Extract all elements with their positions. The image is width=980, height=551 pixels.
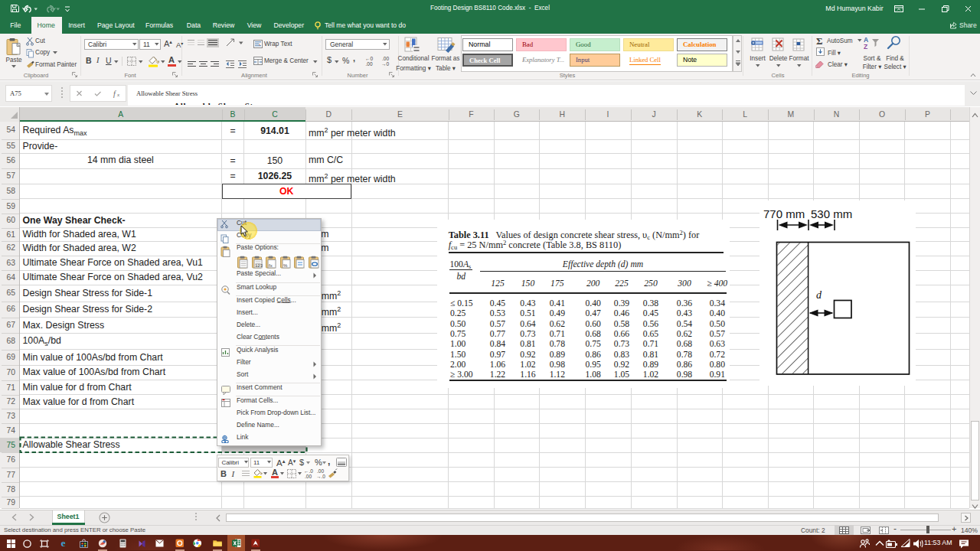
svg-text:.00: .00 — [317, 468, 324, 474]
svg-text:←.0: ←.0 — [304, 468, 313, 474]
svg-text:.00: .00 — [305, 474, 312, 479]
svg-text:d: d — [816, 289, 822, 301]
svg-text:%: % — [283, 263, 288, 268]
svg-text:123: 123 — [255, 263, 263, 268]
svg-text:→.0: →.0 — [316, 474, 325, 479]
svg-text:fx: fx — [269, 263, 273, 268]
